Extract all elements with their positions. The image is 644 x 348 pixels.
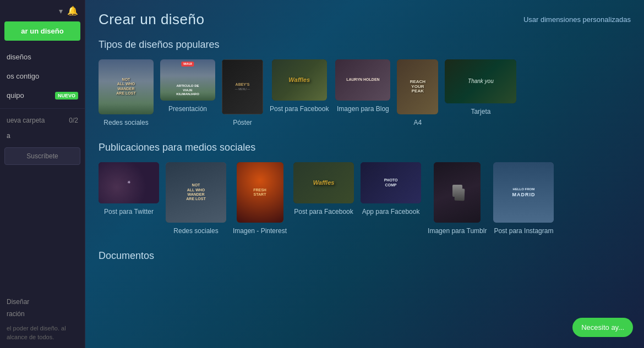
thumb-redes-sociales: NOTALL WHOWANDERARE LOST (99, 59, 154, 114)
card-post-facebook2[interactable]: Waffles Post para Facebook (293, 162, 354, 235)
funnel-icon[interactable]: ▾ (59, 7, 63, 15)
card-label: Presentación (168, 105, 207, 113)
card-label: App para Facebook (362, 208, 420, 216)
main-content: Crear un diseño Usar dimensiones persona… (85, 0, 644, 348)
card-app-facebook[interactable]: PHOTOCOMP App para Facebook (361, 162, 421, 235)
card-a4[interactable]: REACHYOURPEAK A4 (397, 59, 438, 126)
help-button[interactable]: Necesito ay... (572, 318, 633, 337)
thumb-poster: ABEY'S— MENU — (222, 59, 263, 114)
diseñar-link[interactable]: Diseñar (7, 296, 78, 308)
card-label: Post para Facebook (294, 208, 353, 216)
card-tarjeta[interactable]: Thank you Tarjeta (445, 59, 516, 126)
sidebar-folder-row: ueva carpeta 0/2 (0, 112, 85, 129)
thumb-a4: REACHYOURPEAK (397, 59, 438, 114)
popular-section-title: Tipos de diseños populares (99, 39, 631, 51)
page-title: Crear un diseño (99, 11, 205, 28)
thumb-post-twitter: ☀ (99, 162, 159, 203)
nuevo-badge: NUEVO (55, 92, 78, 100)
documentos-section-title: Documentos (99, 250, 631, 262)
thumb-redes-sociales2: NOTALL WHOWANDERARE LOST (166, 162, 226, 223)
card-poster[interactable]: ABEY'S— MENU — Póster (222, 59, 263, 126)
sidebar-item-contigo[interactable]: os contigo (0, 67, 85, 86)
card-label: Póster (233, 119, 252, 126)
card-label: Tarjeta (471, 108, 490, 115)
ración-link[interactable]: ración (7, 308, 78, 320)
sidebar-section-label: a (0, 129, 85, 143)
card-redes-sociales[interactable]: NOTALL WHOWANDERARE LOST Redes sociales (99, 59, 154, 126)
sidebar-item-label: diseños (7, 53, 31, 61)
thumb-imagen-tumblr (434, 162, 481, 223)
thumb-imagen-blog: LAURYN HOLDEN (335, 59, 390, 101)
sidebar-top: ▾ 🔔 (0, 0, 85, 21)
card-imagen-pinterest[interactable]: FRESHSTART Imagen - Pinterest (233, 162, 287, 235)
thumb-app-facebook: PHOTOCOMP (361, 162, 421, 203)
social-section-title: Publicaciones para medios sociales (99, 142, 631, 153)
sidebar-item-equipo[interactable]: quipo NUEVO (0, 86, 85, 105)
card-post-instagram[interactable]: HELLO FROMMADRID Post para Instagram (493, 162, 554, 235)
card-imagen-blog[interactable]: LAURYN HOLDEN Imagen para Blog (335, 59, 390, 126)
card-label: Post para Instagram (494, 227, 553, 235)
folder-label: ueva carpeta (7, 117, 45, 124)
popular-design-grid: NOTALL WHOWANDERARE LOST Redes sociales … (99, 59, 631, 126)
card-label: Redes sociales (173, 227, 218, 235)
thumb-tarjeta: Thank you (445, 59, 516, 103)
card-post-facebook[interactable]: Waffles Post para Facebook (270, 59, 329, 126)
card-redes-sociales2[interactable]: NOTALL WHOWANDERARE LOST Redes sociales (166, 162, 226, 235)
card-label: Post para Twitter (104, 208, 154, 216)
thumb-post-facebook: Waffles (272, 59, 327, 101)
card-label: Redes sociales (103, 119, 148, 126)
card-label: Imagen para Blog (337, 105, 389, 113)
sidebar-subscribe[interactable]: Suscríbete (4, 147, 80, 165)
sidebar-tagline: el poder del diseño. al alcance de todos… (7, 324, 78, 341)
sidebar-divider (0, 108, 85, 109)
custom-dimensions-button[interactable]: Usar dimensiones personalizadas (523, 15, 631, 24)
thumb-post-instagram: HELLO FROMMADRID (493, 162, 554, 223)
sidebar-item-label: quipo (7, 91, 24, 100)
folder-count: 0/2 (69, 117, 78, 124)
sidebar: ▾ 🔔 ar un diseño diseños os contigo quip… (0, 0, 85, 348)
thumb-imagen-pinterest: FRESHSTART (237, 162, 283, 223)
card-post-twitter[interactable]: ☀ Post para Twitter (99, 162, 159, 235)
thumb-presentacion: MAUI ARTICULO DE VIAJEKILIMANJARO (160, 59, 215, 101)
social-design-grid: ☀ Post para Twitter NOTALL WHOWANDERARE … (99, 162, 631, 235)
bell-icon[interactable]: 🔔 (67, 5, 78, 16)
sidebar-bottom: Diseñar ración el poder del diseño. al a… (0, 289, 85, 348)
card-imagen-tumblr[interactable]: Imagen para Tumblr (428, 162, 487, 235)
create-design-button[interactable]: ar un diseño (4, 21, 80, 41)
card-label: Imagen - Pinterest (233, 227, 287, 235)
main-header: Crear un diseño Usar dimensiones persona… (99, 11, 631, 28)
card-label: A4 (414, 119, 422, 126)
card-presentacion[interactable]: MAUI ARTICULO DE VIAJEKILIMANJARO Presen… (160, 59, 215, 126)
card-label: Imagen para Tumblr (428, 227, 487, 235)
sidebar-item-label: os contigo (7, 72, 39, 80)
sidebar-item-diseños[interactable]: diseños (0, 47, 85, 67)
card-label: Post para Facebook (270, 105, 329, 113)
thumb-post-facebook2: Waffles (293, 162, 354, 203)
